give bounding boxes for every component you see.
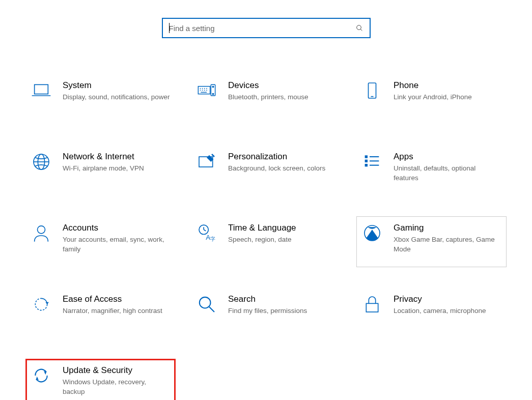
svg-rect-2 bbox=[35, 84, 48, 94]
tile-desc: Wi-Fi, airplane mode, VPN bbox=[63, 164, 170, 174]
xbox-icon bbox=[362, 223, 382, 243]
tile-gaming[interactable]: Gaming Xbox Game Bar, captures, Game Mod… bbox=[356, 216, 507, 267]
tile-title: Search bbox=[228, 294, 335, 304]
tile-title: Accounts bbox=[63, 223, 170, 233]
tile-title: System bbox=[63, 80, 170, 91]
tile-desc: Background, lock screen, colors bbox=[228, 164, 335, 174]
tile-text: Ease of Access Narrator, magnifier, high… bbox=[63, 294, 170, 316]
svg-rect-24 bbox=[366, 156, 367, 157]
tile-text: Accounts Your accounts, email, sync, wor… bbox=[63, 223, 170, 254]
tile-title: Update & Security bbox=[63, 365, 170, 376]
tile-title: Phone bbox=[394, 80, 501, 91]
phone-icon bbox=[362, 80, 382, 101]
tile-text: Personalization Background, lock screen,… bbox=[228, 152, 335, 174]
tile-desc: Xbox Game Bar, captures, Game Mode bbox=[394, 235, 501, 254]
tile-desc: Find my files, permissions bbox=[228, 306, 335, 316]
tile-title: Privacy bbox=[394, 294, 501, 304]
time-language-icon: A 字 bbox=[197, 223, 217, 243]
tile-personalization[interactable]: Personalization Background, lock screen,… bbox=[191, 145, 341, 196]
tile-network[interactable]: Network & Internet Wi-Fi, airplane mode,… bbox=[25, 145, 176, 196]
person-icon bbox=[31, 223, 51, 243]
tile-title: Network & Internet bbox=[63, 152, 170, 162]
tile-update-security[interactable]: Update & Security Windows Update, recove… bbox=[25, 359, 176, 400]
tile-text: Search Find my files, permissions bbox=[228, 294, 335, 316]
tile-text: Phone Link your Android, iPhone bbox=[394, 80, 501, 102]
svg-line-33 bbox=[204, 230, 206, 231]
tile-ease-of-access[interactable]: Ease of Access Narrator, magnifier, high… bbox=[25, 288, 176, 338]
ease-of-access-icon bbox=[31, 294, 51, 315]
search-box[interactable] bbox=[162, 18, 371, 38]
tile-title: Apps bbox=[394, 152, 501, 162]
tile-accounts[interactable]: Accounts Your accounts, email, sync, wor… bbox=[25, 216, 176, 267]
tile-apps[interactable]: Apps Uninstall, defaults, optional featu… bbox=[356, 145, 507, 196]
tile-system[interactable]: System Display, sound, notifications, po… bbox=[25, 74, 176, 125]
tile-devices[interactable]: Devices Bluetooth, printers, mouse bbox=[191, 74, 341, 125]
svg-rect-28 bbox=[366, 164, 367, 166]
paintbrush-icon bbox=[197, 152, 217, 172]
tile-text: Apps Uninstall, defaults, optional featu… bbox=[394, 152, 501, 183]
tile-desc: Location, camera, microphone bbox=[394, 306, 501, 316]
tile-desc: Windows Update, recovery, backup bbox=[63, 378, 170, 397]
magnifier-icon bbox=[197, 294, 217, 315]
keyboard-icon bbox=[197, 80, 217, 101]
svg-line-39 bbox=[209, 307, 214, 312]
text-cursor bbox=[169, 23, 170, 33]
tile-text: Privacy Location, camera, microphone bbox=[394, 294, 501, 316]
search-icon bbox=[355, 24, 363, 32]
tile-text: Time & Language Speech, region, date bbox=[228, 223, 335, 245]
svg-rect-17 bbox=[369, 83, 376, 98]
svg-rect-26 bbox=[366, 160, 367, 162]
svg-line-1 bbox=[360, 29, 362, 31]
tile-privacy[interactable]: Privacy Location, camera, microphone bbox=[356, 288, 507, 338]
tile-phone[interactable]: Phone Link your Android, iPhone bbox=[356, 74, 507, 125]
tile-desc: Narrator, magnifier, high contrast bbox=[63, 306, 170, 316]
tile-text: Gaming Xbox Game Bar, captures, Game Mod… bbox=[394, 223, 501, 254]
svg-point-30 bbox=[38, 226, 45, 234]
svg-point-0 bbox=[356, 25, 361, 30]
search-input[interactable] bbox=[169, 24, 355, 33]
svg-point-15 bbox=[212, 86, 214, 88]
tile-title: Gaming bbox=[394, 223, 501, 233]
settings-grid: System Display, sound, notifications, po… bbox=[0, 59, 532, 400]
search-container bbox=[0, 0, 532, 59]
svg-text:字: 字 bbox=[210, 236, 215, 242]
tile-title: Time & Language bbox=[228, 223, 335, 233]
svg-point-16 bbox=[212, 93, 214, 95]
tile-desc: Speech, region, date bbox=[228, 235, 335, 245]
tile-desc: Your accounts, email, sync, work, family bbox=[63, 235, 170, 254]
tile-text: Update & Security Windows Update, recove… bbox=[63, 365, 170, 397]
globe-icon bbox=[31, 152, 51, 172]
tile-text: Network & Internet Wi-Fi, airplane mode,… bbox=[63, 152, 170, 174]
svg-rect-40 bbox=[366, 303, 378, 312]
tile-desc: Bluetooth, printers, mouse bbox=[228, 93, 335, 102]
tile-desc: Uninstall, defaults, optional features bbox=[394, 164, 501, 183]
tile-search[interactable]: Search Find my files, permissions bbox=[191, 288, 341, 338]
list-icon bbox=[362, 152, 382, 172]
svg-marker-37 bbox=[45, 302, 49, 304]
lock-icon bbox=[362, 294, 382, 315]
tile-title: Devices bbox=[228, 80, 335, 91]
tile-time-language[interactable]: A 字 Time & Language Speech, region, date bbox=[191, 216, 341, 267]
tile-desc: Display, sound, notifications, power bbox=[63, 93, 170, 102]
tile-title: Personalization bbox=[228, 152, 335, 162]
sync-icon bbox=[31, 365, 51, 386]
tile-title: Ease of Access bbox=[63, 294, 170, 304]
tile-desc: Link your Android, iPhone bbox=[394, 93, 501, 102]
laptop-icon bbox=[31, 80, 51, 101]
svg-point-38 bbox=[200, 297, 211, 308]
tile-text: System Display, sound, notifications, po… bbox=[63, 80, 170, 102]
tile-text: Devices Bluetooth, printers, mouse bbox=[228, 80, 335, 102]
